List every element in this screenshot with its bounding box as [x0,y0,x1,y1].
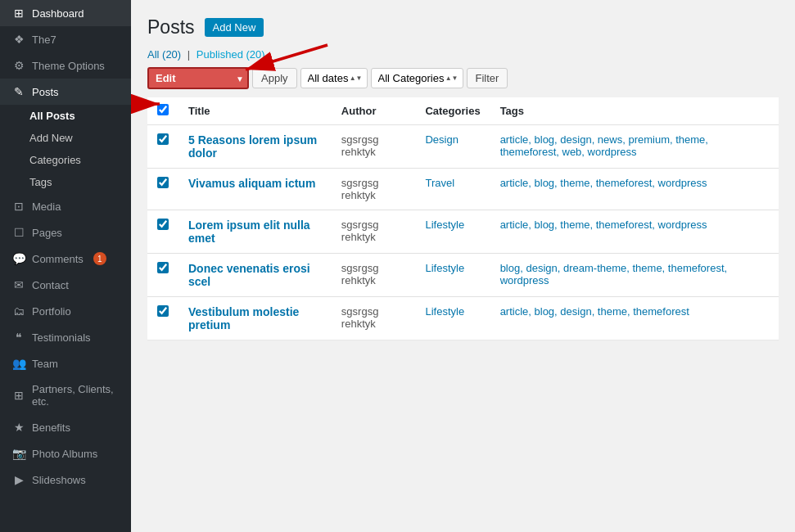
sidebar-label-portfolio: Portfolio [32,305,71,318]
filter-published-link[interactable]: Published (20) [196,48,265,61]
add-new-label: Add New [29,132,73,144]
sidebar-item-portfolio[interactable]: 🗂 Portfolio [0,298,131,324]
sidebar-item-partners[interactable]: ⊞ Partners, Clients, etc. [0,376,131,414]
row-checkbox-3[interactable] [157,262,169,273]
posts-table: Title Author Categories Tags 5 Reasons l… [147,97,779,340]
author-name-4: sgsrgsg rehktyk [341,305,379,330]
row-author-3: sgsrgsg rehktyk [332,254,416,297]
row-category-4: Lifestyle [415,297,490,340]
row-category-2: Lifestyle [415,210,490,254]
category-link-1[interactable]: Travel [425,177,454,189]
toolbar: Edit Move to Trash Apply All dates All C… [147,67,779,89]
select-all-checkbox[interactable] [157,104,169,115]
row-tags-4: article, blog, design, theme, themefores… [490,297,779,340]
sidebar-item-pages[interactable]: ☐ Pages [0,219,131,246]
bulk-action-select[interactable]: Edit Move to Trash [147,67,249,89]
row-category-0: Design [415,125,490,169]
bulk-action-container: Edit Move to Trash [147,67,249,89]
post-title-link-2[interactable]: Lorem ipsum elit nulla emet [188,219,310,245]
add-new-button[interactable]: Add New [205,18,264,37]
column-author: Author [332,97,416,125]
row-tags-3: blog, design, dream-theme, theme, themef… [490,254,779,297]
sidebar-subitem-tags[interactable]: Tags [0,171,131,193]
the7-icon: ❖ [12,33,25,46]
photo-albums-icon: 📷 [12,447,25,460]
all-posts-label: All Posts [29,110,75,122]
apply-button[interactable]: Apply [252,68,297,88]
sidebar-item-testimonials[interactable]: ❝ Testimonials [0,324,131,350]
posts-icon: ✎ [12,85,25,98]
sidebar-label-the7: The7 [32,34,56,46]
posts-table-body: 5 Reasons lorem ipsum dolor sgsrgsg rehk… [147,125,779,340]
categories-label: Categories [29,154,81,166]
author-name-0: sgsrgsg rehktyk [341,133,379,158]
author-name-2: sgsrgsg rehktyk [341,219,379,243]
table-row: 5 Reasons lorem ipsum dolor sgsrgsg rehk… [147,125,779,169]
post-title-link-1[interactable]: Vivamus aliquam ictum [188,177,315,190]
column-title: Title [178,97,332,125]
sidebar-subitem-categories[interactable]: Categories [0,149,131,171]
main-content: Posts Add New All (20) | Published (20) … [131,0,795,532]
sidebar-item-media[interactable]: ⊡ Media [0,193,131,219]
partners-icon: ⊞ [12,389,25,402]
sidebar-subitem-add-new[interactable]: Add New [0,127,131,149]
sidebar-item-dashboard[interactable]: ⊞ Dashboard [0,0,131,26]
sidebar-label-partners: Partners, Clients, etc. [32,383,121,408]
testimonials-icon: ❝ [12,331,25,344]
team-icon: 👥 [12,357,25,370]
row-author-2: sgsrgsg rehktyk [332,210,416,254]
row-checkbox-0[interactable] [157,133,169,145]
sidebar-item-contact[interactable]: ✉ Contact [0,272,131,298]
page-title: Posts [147,16,195,38]
sidebar-label-slideshows: Slideshows [32,474,86,486]
row-author-4: sgsrgsg rehktyk [332,297,416,340]
table-row: Vestibulum molestie pretium sgsrgsg rehk… [147,297,779,340]
page-title-row: Posts Add New [147,16,779,38]
post-title-link-4[interactable]: Vestibulum molestie pretium [188,305,299,331]
sidebar-item-comments[interactable]: 💬 Comments 1 [0,246,131,272]
pages-icon: ☐ [12,226,25,239]
slideshows-icon: ▶ [12,473,25,486]
row-cb-2 [147,210,178,254]
sidebar-subitem-all-posts[interactable]: All Posts [0,105,131,127]
sidebar-label-photo-albums: Photo Albums [32,448,97,460]
sidebar-label-benefits: Benefits [32,422,70,434]
category-link-4[interactable]: Lifestyle [425,305,464,318]
dates-select[interactable]: All dates [300,68,368,88]
sidebar-label-comments: Comments [32,253,84,265]
sidebar-label-posts: Posts [32,86,59,98]
sidebar-item-benefits[interactable]: ★ Benefits [0,414,131,440]
sidebar-item-theme-options[interactable]: ⚙ Theme Options [0,52,131,79]
post-title-link-0[interactable]: 5 Reasons lorem ipsum dolor [188,133,317,160]
row-checkbox-4[interactable] [157,305,169,317]
sidebar-item-team[interactable]: 👥 Team [0,350,131,376]
table-row: Vivamus aliquam ictum sgsrgsg rehktyk Tr… [147,169,779,210]
sidebar-label-team: Team [32,358,58,370]
sidebar-label-media: Media [32,201,61,213]
category-link-3[interactable]: Lifestyle [425,262,464,274]
column-checkbox [147,97,178,125]
post-title-link-3[interactable]: Donec venenatis erosi scel [188,262,310,288]
sidebar-item-slideshows[interactable]: ▶ Slideshows [0,467,131,493]
row-checkbox-2[interactable] [157,219,169,230]
sidebar: ⊞ Dashboard ❖ The7 ⚙ Theme Options ✎ Pos… [0,0,131,532]
filter-all-link[interactable]: All (20) [147,48,181,61]
sidebar-item-posts[interactable]: ✎ Posts [0,79,131,105]
sidebar-item-photo-albums[interactable]: 📷 Photo Albums [0,440,131,467]
categories-select[interactable]: All Categories [371,68,463,88]
comments-icon: 💬 [12,252,25,265]
filter-button[interactable]: Filter [467,68,508,88]
sidebar-item-the7[interactable]: ❖ The7 [0,26,131,52]
category-link-2[interactable]: Lifestyle [425,219,464,231]
dates-select-wrap: All dates [300,68,368,88]
author-name-1: sgsrgsg rehktyk [341,177,379,201]
sidebar-label-dashboard: Dashboard [32,7,84,20]
column-tags: Tags [490,97,779,125]
sidebar-label-contact: Contact [32,279,69,291]
row-author-1: sgsrgsg rehktyk [332,169,416,210]
row-cb-0 [147,125,178,169]
row-checkbox-1[interactable] [157,177,169,188]
categories-select-wrap: All Categories [371,68,463,88]
theme-options-icon: ⚙ [12,59,25,72]
category-link-0[interactable]: Design [425,133,458,146]
